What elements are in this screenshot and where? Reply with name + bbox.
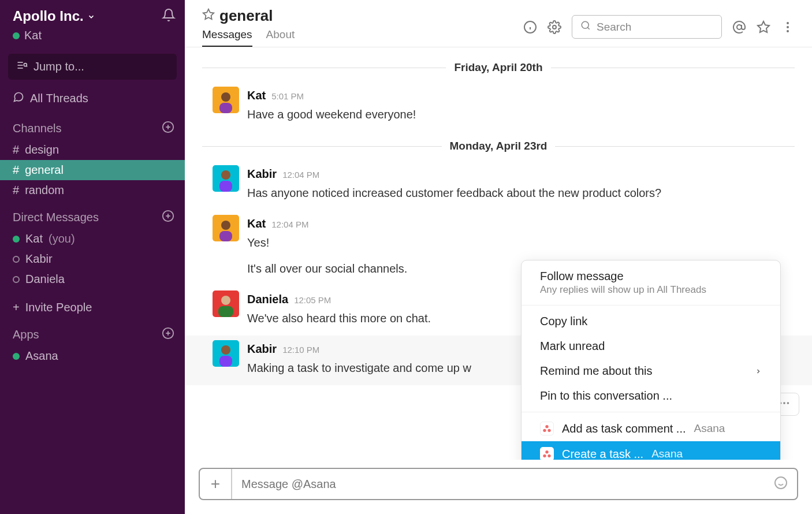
svg-point-49 xyxy=(547,455,550,457)
avatar[interactable] xyxy=(213,290,239,317)
all-threads[interactable]: All Threads xyxy=(0,85,185,111)
menu-add-task-comment[interactable]: Add as task comment ... Asana xyxy=(522,416,780,441)
menu-label: Add as task comment ... xyxy=(562,422,686,435)
svg-point-19 xyxy=(582,21,588,28)
apps-header-label: Apps xyxy=(13,328,39,341)
date-label: Friday, April 20th xyxy=(454,61,542,74)
message-text: Has anyone noticed increased customer fe… xyxy=(247,184,795,202)
menu-app-name: Asana xyxy=(694,422,725,435)
tab-label: Messages xyxy=(202,28,252,40)
dm-kat[interactable]: Kat (you) xyxy=(0,229,185,249)
add-dm-icon[interactable] xyxy=(162,210,174,225)
all-threads-label: All Threads xyxy=(30,92,88,105)
avatar[interactable] xyxy=(213,165,239,192)
menu-label: Follow message xyxy=(540,270,706,283)
jump-icon xyxy=(16,59,28,74)
svg-rect-40 xyxy=(219,356,232,367)
date-label: Monday, April 23rd xyxy=(450,140,547,152)
add-channel-icon[interactable] xyxy=(162,121,174,136)
svg-rect-31 xyxy=(219,181,232,192)
threads-icon xyxy=(13,91,24,106)
mentions-icon[interactable] xyxy=(732,20,746,34)
svg-point-30 xyxy=(221,170,230,180)
smile-icon xyxy=(774,476,788,492)
menu-label: Create a task ... xyxy=(562,448,643,460)
svg-point-23 xyxy=(787,22,789,24)
add-app-icon[interactable] xyxy=(162,327,174,342)
svg-point-21 xyxy=(737,25,742,29)
star-icon[interactable] xyxy=(757,20,770,34)
message-text: Have a good weekend everyone! xyxy=(247,106,795,124)
current-user[interactable]: Kat xyxy=(0,27,185,48)
hash-icon: # xyxy=(13,143,19,157)
channel-label: general xyxy=(25,163,64,177)
dm-name: Kat xyxy=(25,232,43,245)
svg-marker-22 xyxy=(758,21,769,32)
svg-point-33 xyxy=(221,221,230,230)
message-composer: + xyxy=(199,468,798,500)
avatar[interactable] xyxy=(213,87,239,113)
main-panel: general Messages About Search Friday, Ap… xyxy=(185,0,812,514)
menu-follow-message[interactable]: Follow message Any replies will show up … xyxy=(522,264,780,301)
gear-icon[interactable] xyxy=(547,20,561,34)
svg-point-36 xyxy=(221,296,230,305)
jump-to[interactable]: Jump to... xyxy=(8,54,177,80)
dm-you: (you) xyxy=(49,232,75,245)
app-asana[interactable]: Asana xyxy=(0,346,185,366)
menu-remind-me[interactable]: Remind me about this xyxy=(522,359,780,383)
svg-point-25 xyxy=(787,30,789,32)
svg-rect-34 xyxy=(219,231,232,241)
message[interactable]: Kat5:01 PM Have a good weekend everyone! xyxy=(185,82,812,132)
info-icon[interactable] xyxy=(523,20,537,34)
message[interactable]: Kabir12:04 PM Has anyone noticed increas… xyxy=(185,161,812,210)
bell-icon[interactable] xyxy=(162,8,176,24)
tab-messages[interactable]: Messages xyxy=(202,28,252,47)
svg-point-43 xyxy=(787,402,789,404)
star-icon[interactable] xyxy=(202,7,215,25)
dm-daniela[interactable]: Daniela xyxy=(0,269,185,289)
composer-input[interactable] xyxy=(232,478,765,491)
svg-line-4 xyxy=(27,66,28,67)
presence-dot-icon xyxy=(13,32,20,39)
menu-pin[interactable]: Pin to this conversation ... xyxy=(522,383,780,408)
menu-copy-link[interactable]: Copy link xyxy=(522,309,780,334)
message-time: 12:04 PM xyxy=(271,218,308,231)
search-input[interactable]: Search xyxy=(572,15,722,39)
svg-point-46 xyxy=(547,429,550,432)
channel-random[interactable]: #random xyxy=(0,180,185,200)
channel-general[interactable]: #general xyxy=(0,160,185,180)
message-author: Kabir xyxy=(247,340,277,358)
message-author: Kat xyxy=(247,215,266,233)
svg-line-20 xyxy=(587,27,589,29)
date-divider: Monday, April 23rd xyxy=(185,132,812,161)
channel-design[interactable]: #design xyxy=(0,140,185,160)
message-author: Daniela xyxy=(247,290,288,308)
chevron-down-icon xyxy=(87,8,95,24)
svg-point-42 xyxy=(783,402,785,404)
message-time: 12:10 PM xyxy=(282,343,319,356)
search-placeholder: Search xyxy=(597,21,631,33)
avatar[interactable] xyxy=(213,340,239,367)
message-list: Friday, April 20th Kat5:01 PM Have a goo… xyxy=(185,47,812,460)
hash-icon: # xyxy=(13,184,19,197)
topbar: general Messages About Search xyxy=(185,0,812,47)
menu-mark-unread[interactable]: Mark unread xyxy=(522,334,780,359)
tab-about[interactable]: About xyxy=(266,28,295,47)
message-time: 5:01 PM xyxy=(271,90,304,103)
message-text: Yes! xyxy=(247,234,795,252)
dm-header: Direct Messages xyxy=(0,200,185,229)
avatar[interactable] xyxy=(213,215,239,241)
chevron-right-icon xyxy=(755,364,762,378)
attach-button[interactable]: + xyxy=(200,469,232,499)
svg-point-45 xyxy=(543,429,546,432)
more-icon[interactable] xyxy=(781,20,795,34)
emoji-button[interactable] xyxy=(765,476,797,492)
menu-create-task[interactable]: Create a task ... Asana xyxy=(522,441,780,460)
channels-header-label: Channels xyxy=(13,122,62,135)
menu-label: Pin to this conversation ... xyxy=(540,389,672,403)
svg-point-39 xyxy=(221,345,230,355)
dm-kabir[interactable]: Kabir xyxy=(0,249,185,269)
workspace-header[interactable]: Apollo Inc. xyxy=(0,2,185,27)
invite-people[interactable]: +Invite People xyxy=(0,297,185,318)
channel-title[interactable]: general xyxy=(202,7,295,25)
